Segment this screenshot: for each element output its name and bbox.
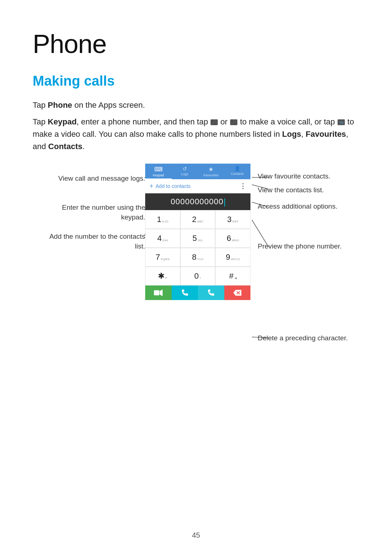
key-hash-main: #	[229, 271, 233, 281]
key-1-main: 1	[157, 215, 161, 224]
key-2-sub: ABC	[197, 220, 204, 223]
contacts-tab-label: Contacts	[231, 172, 244, 176]
svg-text:📞: 📞	[212, 120, 217, 125]
key-star-main: ✱	[158, 271, 164, 281]
page-content: Phone Making calls Tap Phone on the Apps…	[0, 0, 392, 396]
svg-text:1: 1	[183, 291, 184, 293]
key-6-main: 6	[226, 234, 231, 243]
call-icon-1: 📞	[210, 119, 218, 126]
key-star[interactable]: ✱ P	[145, 267, 180, 286]
voice-call-icon-2: 2	[207, 289, 215, 296]
bottom-bar: 1 2	[145, 286, 250, 300]
fav-tab-label: Favourites	[203, 173, 219, 177]
tab-favourites[interactable]: ★ Favourites	[198, 164, 224, 179]
keypad-grid: 1 GJO 2 ABC 3 DEF 4 GHI 5 JKL	[145, 210, 250, 286]
left-label-3: Add the number to the contactslist.	[49, 232, 145, 251]
key-1[interactable]: 1 GJO	[145, 210, 180, 229]
key-9[interactable]: 9 WXYZ	[215, 248, 250, 267]
svg-rect-14	[154, 290, 159, 295]
contacts-tab-icon: 👤	[234, 166, 240, 171]
key-6[interactable]: 6 MNO	[215, 229, 250, 248]
key-8-main: 8	[192, 253, 196, 262]
phone-bold: Phone	[48, 100, 72, 110]
keypad-bold: Keypad	[48, 117, 77, 126]
key-3[interactable]: 3 DEF	[215, 210, 250, 229]
key-2[interactable]: 2 ABC	[180, 210, 216, 229]
key-1-sub: GJO	[162, 220, 168, 223]
page-number: 45	[192, 531, 200, 539]
page-title: Phone	[33, 29, 359, 59]
key-hash[interactable]: # ◀	[215, 267, 250, 286]
key-star-sub: P	[165, 276, 167, 280]
section-title: Making calls	[33, 73, 359, 89]
number-display: 00000000000	[145, 193, 250, 210]
delete-button[interactable]	[224, 286, 251, 300]
voice-call-button-1[interactable]: 1	[172, 286, 198, 300]
key-0-sub: +	[200, 276, 201, 280]
tab-bar: ⌨ Keypad ↺ Logs ★ Favourites 👤 Contacts	[145, 164, 250, 179]
add-contacts-row[interactable]: + Add to contacts ⋮	[145, 179, 250, 193]
key-2-main: 2	[192, 215, 196, 224]
fav-tab-icon: ★	[208, 166, 213, 173]
key-5-main: 5	[192, 234, 197, 243]
svg-marker-15	[160, 290, 163, 296]
key-4[interactable]: 4 GHI	[145, 229, 180, 248]
call-icon-2: 📞	[230, 119, 238, 126]
add-icon: +	[150, 182, 154, 190]
svg-text:📹: 📹	[339, 120, 344, 125]
favourites-bold: Favourites	[306, 130, 346, 139]
key-hash-sub: ◀	[234, 276, 237, 280]
intro-paragraph-2: Tap Keypad, enter a phone number, and th…	[33, 116, 359, 153]
more-button[interactable]: ⋮	[240, 182, 246, 190]
keypad-tab-icon: ⌨	[154, 166, 163, 173]
svg-text:📞: 📞	[231, 120, 236, 125]
key-7-sub: PQRS	[161, 258, 170, 261]
right-label-4: Preview the phone number.	[258, 242, 342, 251]
left-label-2: Enter the number using thekeypad.	[62, 203, 145, 222]
key-5[interactable]: 5 JKL	[180, 229, 216, 248]
right-label-1: View favourite contacts.	[258, 172, 330, 181]
cursor	[224, 198, 225, 206]
svg-text:2: 2	[209, 291, 211, 293]
right-label-3: Access additional options.	[258, 202, 338, 212]
key-7-main: 7	[156, 253, 160, 262]
tab-keypad[interactable]: ⌨ Keypad	[145, 164, 172, 179]
key-3-main: 3	[227, 215, 232, 224]
svg-marker-18	[233, 290, 241, 296]
logs-tab-icon: ↺	[183, 166, 187, 172]
phone-mockup: ⌨ Keypad ↺ Logs ★ Favourites 👤 Contacts	[145, 164, 250, 300]
video-call-button[interactable]	[145, 286, 172, 300]
phone-number: 00000000000	[171, 197, 224, 206]
video-icon: 📹	[337, 119, 345, 126]
key-9-main: 9	[226, 253, 230, 262]
right-label-5: Delete a preceding character.	[258, 333, 348, 343]
key-6-sub: MNO	[232, 239, 239, 242]
right-label-2: View the contacts list.	[258, 185, 324, 195]
key-7[interactable]: 7 PQRS	[145, 248, 180, 267]
key-5-sub: JKL	[197, 239, 203, 242]
tab-logs[interactable]: ↺ Logs	[172, 164, 198, 179]
video-call-icon	[154, 290, 163, 296]
left-label-1: View call and message logs.	[58, 174, 145, 184]
contacts-bold: Contacts	[48, 142, 82, 151]
key-4-sub: GHI	[163, 239, 168, 242]
key-0-main: 0	[194, 271, 199, 281]
diagram-area: View call and message logs. Enter the nu…	[33, 164, 359, 367]
key-4-main: 4	[157, 234, 162, 243]
logs-tab-label: Logs	[181, 172, 188, 176]
voice-call-icon-1: 1	[181, 289, 188, 296]
intro-paragraph-1: Tap Phone on the Apps screen.	[33, 99, 359, 111]
key-0[interactable]: 0 +	[180, 267, 216, 286]
add-contacts-label: Add to contacts	[156, 183, 240, 189]
key-3-sub: DEF	[232, 220, 239, 223]
keypad-tab-label: Keypad	[153, 173, 164, 177]
tab-contacts[interactable]: 👤 Contacts	[224, 164, 251, 179]
logs-bold: Logs	[282, 130, 301, 139]
key-8-sub: TUV	[197, 258, 204, 261]
key-9-sub: WXYZ	[231, 258, 240, 261]
voice-call-button-2[interactable]: 2	[198, 286, 224, 300]
delete-icon	[233, 290, 241, 296]
key-8[interactable]: 8 TUV	[180, 248, 216, 267]
